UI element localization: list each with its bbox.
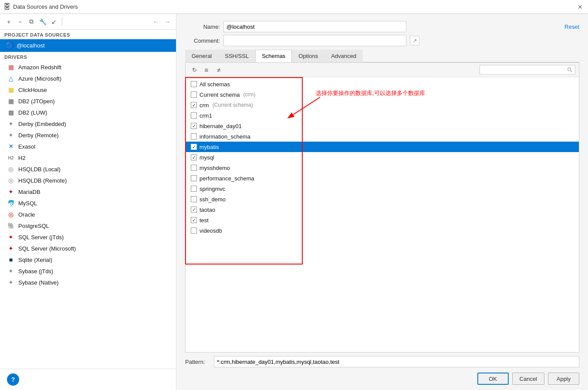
datasource-item-localhost[interactable]: 🔵 @localhost [0,39,176,52]
checkbox-mysql[interactable] [191,154,197,160]
check-all-button[interactable]: ≡ [201,64,212,75]
driver-label: DB2 (LUW) [18,109,47,116]
forward-button[interactable]: → [162,17,172,27]
driver-item-sqlserver-jtds[interactable]: ✦ SQL Server (jTds) [0,231,176,243]
schema-videosdb[interactable]: videosdb [186,225,579,236]
checkbox-mybatis[interactable] [191,144,197,150]
bottom-buttons: OK Cancel Apply [185,369,579,385]
driver-item-sybase-native[interactable]: ✦ Sybase (Native) [0,277,176,288]
exasol-icon: ✕ [7,142,15,150]
schema-performance-schema[interactable]: performance_schema [186,173,579,183]
postgresql-icon: 🐘 [7,222,15,230]
driver-item-clickhouse[interactable]: ▦ ClickHouse [0,84,176,95]
copy-datasource-button[interactable]: ⧉ [26,17,37,27]
comment-label: Comment: [185,37,220,44]
hsqldb-remote-icon: ◎ [7,176,15,184]
checkbox-performance-schema[interactable] [191,175,197,181]
settings-button[interactable]: 🔧 [37,17,48,27]
add-datasource-button[interactable]: + [3,17,14,27]
schema-label: taotao [199,207,215,213]
import-button[interactable]: ↙ [49,17,59,27]
checkbox-springmvc[interactable] [191,186,197,192]
schema-list: All schemas Current schema (crm) crm (Cu… [186,77,579,352]
comment-expand-button[interactable]: ↗ [410,36,419,45]
schema-label: performance_schema [199,175,254,182]
schema-search-input[interactable] [480,65,575,75]
driver-item-db2-jtopen[interactable]: ▦ DB2 (JTOpen) [0,95,176,107]
driver-item-oracle[interactable]: ◎ Oracle [0,209,176,220]
driver-item-derby-remote[interactable]: ✦ Derby (Remote) [0,129,176,141]
tab-schemas[interactable]: Schemas [255,50,292,62]
right-panel: Name: Reset Comment: ↗ General SSH/SSL S… [176,14,588,390]
driver-item-exasol[interactable]: ✕ Exasol [0,141,176,152]
remove-datasource-button[interactable]: − [15,17,25,27]
schema-mysshdemo[interactable]: mysshdemo [186,163,579,173]
tab-sshssl[interactable]: SSH/SSL [218,50,255,62]
schema-information-schema[interactable]: information_schema [186,131,579,142]
schema-mybatis[interactable]: mybatis [186,142,579,152]
schema-current-schema[interactable]: Current schema (crm) [186,89,579,100]
driver-item-hsqldb-local[interactable]: ◎ HSQLDB (Local) [0,163,176,175]
driver-item-azure[interactable]: △ Azure (Microsoft) [0,73,176,84]
checkbox-taotao[interactable] [191,207,197,213]
reset-link[interactable]: Reset [564,24,579,30]
driver-item-mariadb[interactable]: ✦ MariaDB [0,186,176,197]
checkbox-all-schemas[interactable] [191,81,197,87]
driver-item-derby-embedded[interactable]: ✦ Derby (Embedded) [0,118,176,129]
schema-crm[interactable]: crm (Current schema) [186,100,579,110]
driver-item-postgresql[interactable]: 🐘 PostgreSQL [0,220,176,231]
schema-mysql[interactable]: mysql [186,152,579,163]
tab-options[interactable]: Options [292,50,324,62]
uncheck-button[interactable]: ≠ [213,64,224,75]
driver-item-mysql[interactable]: 🐬 MySQL [0,197,176,209]
refresh-schemas-button[interactable]: ↻ [189,64,199,75]
comment-row: Comment: ↗ [185,35,579,46]
name-row: Name: Reset [185,21,579,32]
tab-general[interactable]: General [185,50,218,62]
tab-advanced[interactable]: Advanced [324,50,363,62]
close-button[interactable]: ✕ [576,3,585,11]
checkbox-current-schema[interactable] [191,92,197,98]
schema-crm1[interactable]: crm1 [186,110,579,121]
name-input[interactable] [223,21,406,32]
schema-label: ssh_demo [199,196,226,203]
back-button[interactable]: ← [151,17,161,27]
driver-item-db2-luw[interactable]: ▦ DB2 (LUW) [0,107,176,118]
schema-all-schemas[interactable]: All schemas [186,79,579,89]
checkbox-videosdb[interactable] [191,227,197,234]
driver-item-sqlserver-microsoft[interactable]: ✦ SQL Server (Microsoft) [0,243,176,254]
ok-button[interactable]: OK [477,373,509,385]
schema-hibernate-day01[interactable]: hibernate_day01 [186,121,579,131]
mysql-icon: 🐬 [7,199,15,207]
checkbox-crm1[interactable] [191,112,197,119]
schema-ssh-demo[interactable]: ssh_demo [186,194,579,204]
schema-label: springmvc [199,186,225,192]
name-field-row: Name: [185,21,561,32]
checkbox-information-schema[interactable] [191,133,197,139]
driver-item-h2[interactable]: H2 H2 [0,152,176,163]
datasource-icon: 🔵 [5,41,14,50]
driver-item-sybase-jtds[interactable]: ✦ Sybase (jTds) [0,265,176,277]
pattern-input[interactable] [214,356,579,367]
clickhouse-icon: ▦ [7,86,15,94]
schema-taotao[interactable]: taotao [186,204,579,215]
cancel-button[interactable]: Cancel [512,373,544,385]
driver-item-hsqldb-remote[interactable]: ◎ HSQLDB (Remote) [0,175,176,186]
driver-label: SQL Server (Microsoft) [18,245,76,252]
schema-label: mybatis [199,144,219,150]
schema-springmvc[interactable]: springmvc [186,183,579,194]
checkbox-test[interactable] [191,217,197,223]
schema-label: videosdb [199,227,222,234]
schema-test[interactable]: test [186,215,579,225]
help-button[interactable]: ? [7,373,19,386]
datasource-label: @localhost [17,42,45,49]
driver-item-sqlite[interactable]: ■ Sqlite (Xerial) [0,254,176,265]
schema-label: crm [199,102,209,109]
comment-input[interactable] [223,35,406,46]
apply-button[interactable]: Apply [548,373,579,385]
checkbox-mysshdemo[interactable] [191,165,197,171]
checkbox-ssh-demo[interactable] [191,196,197,202]
checkbox-hibernate-day01[interactable] [191,123,197,129]
checkbox-crm[interactable] [191,102,197,108]
driver-item-amazon-redshift[interactable]: ▦ Amazon Redshift [0,61,176,73]
